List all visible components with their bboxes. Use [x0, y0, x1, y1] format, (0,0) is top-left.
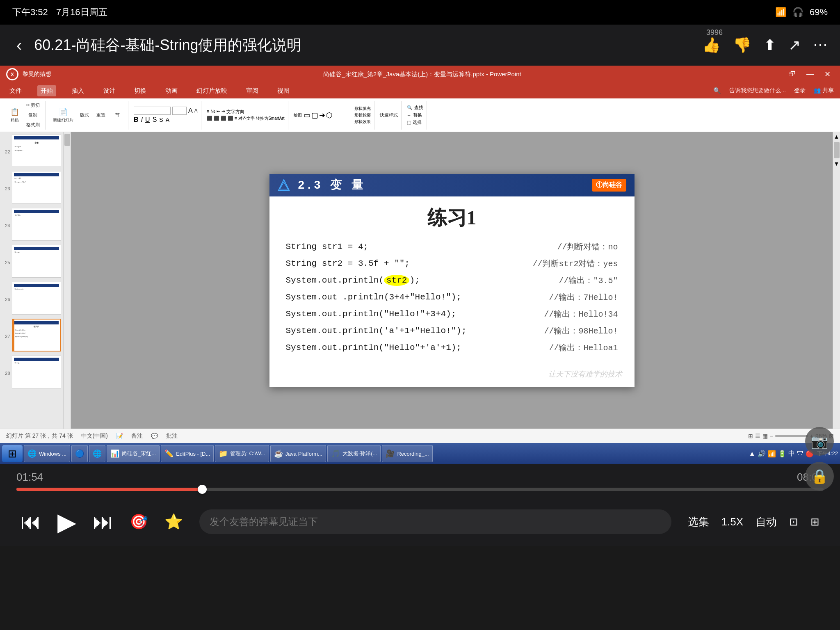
progress-thumb[interactable] [198, 485, 207, 494]
underline-button[interactable]: U [145, 116, 150, 123]
tray-antivirus[interactable]: 🛡 [797, 450, 803, 457]
slide-thumb-25[interactable]: String... [12, 245, 61, 278]
shape-outline-button[interactable]: 形状轮廓 [354, 112, 371, 118]
align-right-button[interactable]: ⬛ [221, 116, 226, 121]
indent-increase-button[interactable]: ⇥ [221, 109, 225, 115]
taskbar-java[interactable]: ☕ Java Platform... [270, 445, 326, 462]
font-color-button[interactable]: A [166, 116, 169, 123]
prev-button[interactable]: ⏮ [21, 510, 41, 534]
align-text-button[interactable]: 对齐文字 [238, 116, 255, 121]
shape-fill-button[interactable]: 形状填充 [354, 106, 371, 112]
find-button[interactable]: 查找 [414, 105, 423, 111]
numbering-button[interactable]: № [210, 109, 215, 115]
reset-button[interactable]: 重置 [94, 111, 108, 119]
share-button[interactable]: ↗ [788, 37, 801, 54]
scroll-down-btn[interactable]: ▼ [833, 159, 840, 168]
share-btn[interactable]: 👥 共享 [814, 87, 834, 94]
panel-scrollbar[interactable] [64, 132, 71, 429]
font-name-input[interactable] [134, 107, 171, 115]
search-placeholder[interactable]: 告诉我您想要做什么... [729, 87, 786, 94]
panel-scroll-thumb[interactable] [64, 134, 70, 146]
font-decrease-button[interactable]: A [194, 108, 198, 114]
taskbar-powerpoint[interactable]: 📊 尚硅谷_宋红... [107, 445, 160, 462]
screenshot-button[interactable]: 📷 [805, 427, 834, 456]
shape-arrow[interactable]: ➜ [319, 111, 325, 120]
next-button[interactable]: ⏭ [93, 510, 113, 534]
menu-design[interactable]: 设计 [100, 85, 119, 96]
shape-rect[interactable]: ▭ [304, 111, 310, 120]
text-direction-button[interactable]: 文字方向 [226, 109, 244, 115]
section-button[interactable]: 节 [110, 111, 125, 119]
tray-network[interactable]: 🔊 [758, 450, 766, 458]
slide-thumb-23[interactable]: int i = 10; String s = "abc" [12, 171, 61, 204]
restore-button[interactable]: 🗗 [785, 70, 799, 79]
menu-home[interactable]: 开始 [37, 85, 56, 96]
align-center-button[interactable]: ⬛ [214, 116, 219, 121]
zoom-out-btn[interactable]: − [770, 433, 773, 439]
italic-button[interactable]: I [141, 116, 143, 123]
slide-panel[interactable]: 22 变量 String str... String str2... 23 [0, 132, 64, 429]
shape-effect-button[interactable]: 形状效果 [354, 119, 371, 125]
bullet-button[interactable]: ≡ [207, 109, 209, 115]
close-button[interactable]: ✕ [821, 70, 834, 79]
taskbar-internet-explorer[interactable]: 🌐 Windows ... [24, 445, 70, 462]
new-slide-button[interactable]: 📄 新建幻灯片 [51, 106, 75, 124]
justify-button[interactable]: ⬛ [228, 116, 233, 121]
convert-smartart-button[interactable]: 转换为SmartArt [256, 116, 284, 121]
slide-thumb-22[interactable]: 变量 String str... String str2... [12, 134, 61, 167]
format-button[interactable]: 格式刷 [24, 121, 42, 129]
menu-view[interactable]: 视图 [274, 85, 293, 96]
paste-button[interactable]: 📋 粘贴 [7, 106, 22, 124]
bold-button[interactable]: B [134, 116, 139, 123]
taskbar-media[interactable]: 🎵 大数据-孙洋(... [327, 445, 381, 462]
select-button[interactable]: 选择 [413, 119, 422, 126]
speed-button[interactable]: 1.5X [721, 516, 744, 528]
slide-thumb-24[interactable]: 练习题... [12, 208, 61, 241]
view-slide-btn[interactable]: ▦ [762, 433, 768, 439]
share-up-button[interactable]: ⬆ [764, 37, 776, 54]
back-button[interactable]: ‹ [12, 32, 26, 59]
start-button[interactable]: ⊞ [2, 445, 23, 462]
auto-button[interactable]: 自动 [756, 515, 777, 529]
view-outline-btn[interactable]: ☰ [755, 433, 760, 439]
collection-button[interactable]: 选集 [688, 515, 709, 529]
tray-volume[interactable]: 📶 [768, 450, 776, 458]
zoom-slider[interactable] [775, 435, 808, 437]
taskbar-editplus[interactable]: ✏️ EditPlus - [D... [161, 445, 214, 462]
dislike-button[interactable]: 👎 [733, 37, 751, 54]
slide-thumb-28[interactable]: String... [12, 356, 61, 388]
login-btn[interactable]: 登录 [794, 87, 806, 94]
lock-button[interactable]: 🔒 [805, 462, 834, 491]
minimize-button[interactable]: — [803, 70, 817, 79]
danmaku-button[interactable]: 🎯 [130, 513, 148, 530]
pp-right-scrollbar[interactable]: ▲ ▼ [833, 132, 840, 429]
taskbar-chrome2[interactable]: 🌐 [89, 445, 105, 462]
font-increase-button[interactable]: A [188, 107, 193, 114]
pip-button[interactable]: ⊡ [789, 516, 798, 528]
tray-battery[interactable]: 🔋 [778, 450, 786, 458]
main-slide[interactable]: 2.3 变 量 ①尚硅谷 练习1 String str1 = 4; //判断对错… [269, 174, 635, 387]
menu-animations[interactable]: 动画 [162, 85, 181, 96]
menu-slideshow[interactable]: 幻灯片放映 [193, 85, 231, 96]
scroll-thumb[interactable] [834, 142, 840, 158]
view-normal-btn[interactable]: ⊞ [748, 433, 753, 439]
more-button[interactable]: ⋯ [813, 37, 828, 54]
tray-ime[interactable]: 中 [788, 450, 795, 458]
line-spacing-button[interactable]: ≡ [235, 116, 237, 121]
notes-label[interactable]: 备注 [131, 432, 143, 440]
collection-icon-button[interactable]: ⭐ [164, 513, 183, 530]
comments-label[interactable]: 批注 [166, 432, 178, 440]
menu-insert[interactable]: 插入 [68, 85, 87, 96]
menu-transitions[interactable]: 切换 [131, 85, 150, 96]
scroll-up-btn[interactable]: ▲ [833, 132, 840, 141]
replace-button[interactable]: 替换 [413, 112, 422, 118]
fullscreen-button[interactable]: ⊞ [810, 516, 819, 528]
tray-chevron[interactable]: ▲ [749, 450, 756, 457]
menu-file[interactable]: 文件 [6, 85, 25, 96]
copy-button[interactable]: 复制 [24, 111, 42, 119]
menu-review[interactable]: 审阅 [243, 85, 262, 96]
slide-thumb-27[interactable]: 练习1 String str1 = 4; //no String str2 = … [12, 319, 61, 352]
slide-thumb-26[interactable]: System.out... [12, 282, 61, 315]
strikethrough-button[interactable]: S [153, 116, 157, 123]
indent-decrease-button[interactable]: ⇤ [217, 109, 220, 115]
